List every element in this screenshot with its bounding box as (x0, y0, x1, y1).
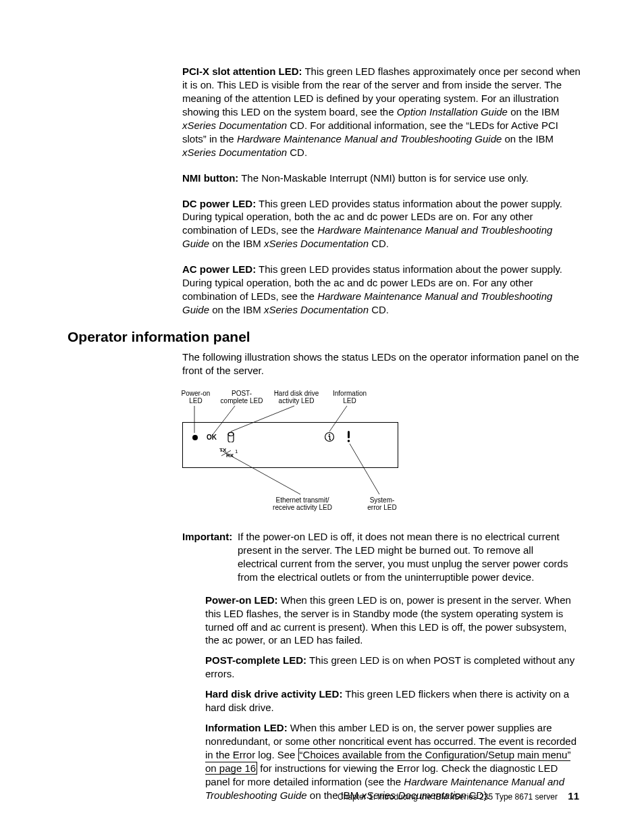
text: on the IBM (209, 304, 264, 315)
important-text: If the power-on LED is off, it does not … (238, 530, 568, 584)
cite: xSeries Documentation (182, 120, 287, 131)
text: on the IBM (502, 133, 554, 145)
term-nmi: NMI button: (182, 172, 238, 184)
term-pcix: PCI-X slot attention LED: (182, 66, 302, 77)
cite: xSeries Documentation (264, 238, 369, 249)
cite: Option Installation Guide (397, 106, 508, 118)
para-pcix-led: PCI-X slot attention LED: This green LED… (182, 65, 581, 159)
para-ac-power-led: AC power LED: This green LED provides st… (182, 263, 581, 317)
section-heading: Operator information panel (68, 329, 581, 345)
def-hdd-activity-led: Hard disk drive activity LED: This green… (205, 687, 581, 714)
important-note: Important:If the power-on LED is off, it… (182, 530, 581, 584)
term: Hard disk drive activity LED: (205, 688, 342, 700)
term-dc: DC power LED: (182, 198, 256, 209)
text: CD. (369, 304, 389, 315)
cite: Hardware Maintenance Manual and Troubles… (237, 133, 502, 145)
callout-lines (182, 390, 412, 518)
para-intro: The following illustration shows the sta… (182, 350, 581, 377)
footer-chapter: Chapter 1. Introducing the IBM xSeries 2… (338, 792, 558, 802)
text: on the IBM (209, 238, 264, 249)
text: The Non-Maskable Interrupt (NMI) button … (238, 172, 529, 184)
text: CD. (369, 238, 389, 249)
footer-page-number: 11 (568, 790, 579, 802)
page-footer: Chapter 1. Introducing the IBM xSeries 2… (338, 790, 579, 802)
cite: xSeries Documentation (264, 304, 369, 315)
operator-panel-diagram: Power-on LED POST-complete LED Hard disk… (182, 390, 412, 518)
page-content: PCI-X slot attention LED: This green LED… (68, 65, 581, 809)
text: on the IBM (508, 106, 560, 118)
svg-line-10 (231, 456, 300, 494)
term-ac: AC power LED: (182, 263, 256, 275)
def-power-on-led: Power-on LED: When this green LED is on,… (205, 594, 581, 648)
svg-line-9 (329, 406, 347, 432)
svg-line-8 (231, 406, 294, 432)
cite: xSeries Documentation (182, 147, 287, 158)
important-label: Important: (182, 530, 238, 544)
term: Information LED: (205, 722, 288, 733)
para-nmi-button: NMI button: The Non-Maskable Interrupt (… (182, 172, 581, 185)
para-dc-power-led: DC power LED: This green LED provides st… (182, 197, 581, 251)
text: CD. (287, 147, 307, 158)
term: POST-complete LED: (205, 654, 306, 666)
svg-line-11 (350, 444, 379, 494)
term: Power-on LED: (205, 594, 278, 606)
def-post-complete-led: POST-complete LED: This green LED is on … (205, 654, 581, 681)
